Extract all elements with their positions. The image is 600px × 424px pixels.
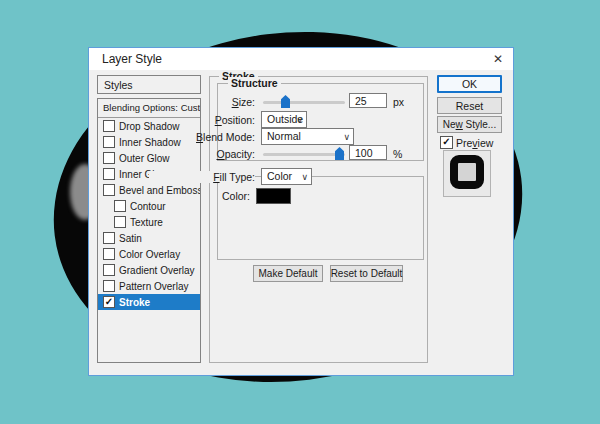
size-unit: px: [393, 96, 404, 108]
layer-style-dialog: Layer Style ✕ Styles Blending Options: C…: [88, 47, 514, 376]
sidebar-item-label: Satin: [119, 233, 142, 244]
stroke-preview-shape: [450, 155, 484, 189]
structure-legend: Structure: [228, 77, 281, 89]
sidebar-item-satin[interactable]: Satin: [98, 230, 200, 246]
color-overlay-checkbox[interactable]: [103, 248, 115, 260]
blend-mode-label: Blend Mode:: [149, 131, 255, 143]
make-default-button[interactable]: Make Default: [253, 265, 323, 282]
sidebar-item-label: Gradient Overlay: [119, 265, 195, 276]
opacity-input[interactable]: 100: [349, 145, 387, 160]
close-icon[interactable]: ✕: [489, 50, 507, 68]
fill-type-label: Fill Type:: [149, 171, 255, 183]
preview-toggle[interactable]: ✓ Preview: [440, 136, 493, 149]
sidebar-item-stroke[interactable]: ✓ Stroke: [98, 294, 200, 310]
ok-button[interactable]: OK: [437, 75, 502, 93]
gradient-overlay-checkbox[interactable]: [103, 264, 115, 276]
outer-glow-checkbox[interactable]: [103, 152, 115, 164]
reset-button[interactable]: Reset: [437, 97, 502, 114]
opacity-slider[interactable]: [263, 153, 345, 156]
chevron-down-icon: ∨: [296, 113, 303, 128]
blend-mode-dropdown[interactable]: Normal ∨: [261, 128, 354, 145]
size-input[interactable]: 25: [349, 93, 387, 108]
fill-type-group: [217, 176, 424, 260]
sidebar-item-texture[interactable]: Texture: [98, 214, 200, 230]
preview-label: Preview: [456, 137, 493, 149]
reset-to-default-button[interactable]: Reset to Default: [330, 265, 403, 282]
inner-glow-checkbox[interactable]: [103, 168, 115, 180]
preview-checkbox[interactable]: ✓: [440, 136, 453, 149]
stroke-checkbox[interactable]: ✓: [103, 296, 115, 308]
new-style-button[interactable]: New Style...: [437, 116, 502, 133]
contour-checkbox[interactable]: [114, 200, 126, 212]
pattern-overlay-checkbox[interactable]: [103, 280, 115, 292]
sidebar-item-label: Pattern Overlay: [119, 281, 188, 292]
style-preview-thumbnail: [443, 150, 491, 197]
stroke-color-swatch[interactable]: [256, 188, 291, 204]
sidebar-item-label: Stroke: [119, 297, 150, 308]
size-slider[interactable]: [263, 101, 345, 104]
fill-type-value: Color: [267, 170, 292, 182]
dialog-title: Layer Style: [102, 52, 162, 66]
chevron-down-icon: ∨: [343, 130, 350, 145]
blend-mode-value: Normal: [267, 130, 301, 142]
opacity-unit: %: [393, 148, 402, 160]
sidebar-item-label: Color Overlay: [119, 249, 180, 260]
texture-checkbox[interactable]: [114, 216, 126, 228]
size-label: Size:: [149, 96, 255, 108]
position-dropdown[interactable]: Outside ∨: [261, 111, 307, 128]
satin-checkbox[interactable]: [103, 232, 115, 244]
color-label: Color:: [144, 190, 250, 202]
styles-header[interactable]: Styles: [97, 75, 201, 94]
sidebar-item-gradient-overlay[interactable]: Gradient Overlay: [98, 262, 200, 278]
bevel-emboss-checkbox[interactable]: [103, 184, 115, 196]
sidebar-item-color-overlay[interactable]: Color Overlay: [98, 246, 200, 262]
sidebar-item-pattern-overlay[interactable]: Pattern Overlay: [98, 278, 200, 294]
chevron-down-icon: ∨: [301, 170, 308, 185]
inner-shadow-checkbox[interactable]: [103, 136, 115, 148]
position-label: Position:: [149, 114, 255, 126]
opacity-label: Opacity:: [149, 148, 255, 160]
sidebar-item-label: Texture: [130, 217, 163, 228]
drop-shadow-checkbox[interactable]: [103, 120, 115, 132]
sidebar-item-label: Contour: [130, 201, 166, 212]
dialog-titlebar[interactable]: Layer Style ✕: [89, 48, 513, 70]
fill-type-dropdown[interactable]: Color ∨: [261, 168, 312, 185]
